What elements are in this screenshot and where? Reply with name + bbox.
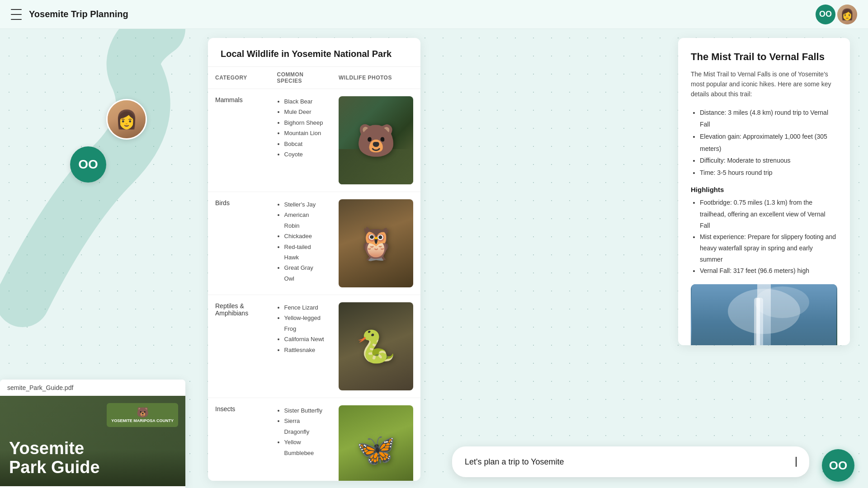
user-portrait-icon: 👩 xyxy=(108,100,146,138)
pdf-bear-icon: 🐻 xyxy=(137,407,149,418)
trail-detail-item: Difficulty: Moderate to strenuous xyxy=(700,155,837,167)
trail-details-list: Distance: 3 miles (4.8 km) round trip to… xyxy=(691,107,837,179)
wildlife-photo-snake: 🐍 xyxy=(339,302,413,390)
species-item: Rattlesnake xyxy=(284,345,324,355)
header-bot-avatar: OO xyxy=(816,5,835,24)
col-species: COMMON SPECIES xyxy=(270,67,331,89)
trail-description: The Mist Trail to Vernal Falls is one of… xyxy=(691,69,837,99)
wildlife-photo-butterfly: 🦋 xyxy=(339,405,413,481)
species-item: Fence Lizard xyxy=(284,302,324,313)
wildlife-table: CATEGORY COMMON SPECIES WILDLIFE PHOTOS … xyxy=(208,67,420,481)
species-item: Sierra Dragonfly xyxy=(284,416,324,437)
trail-waterfall-photo xyxy=(691,284,837,345)
svg-rect-0 xyxy=(692,284,836,345)
species-item: Coyote xyxy=(284,149,324,160)
species-cell: Sister ButterflySierra DragonflyYellow B… xyxy=(270,398,331,481)
photo-cell: 🐻 xyxy=(331,89,420,192)
wildlife-photo-bear: 🐻 xyxy=(339,96,413,184)
chat-input-text: Let's plan a trip to Yosemite xyxy=(465,457,795,467)
species-item: American Robin xyxy=(284,210,324,231)
pdf-logo: 🐻 YOSEMITE MARIPOSA COUNTY xyxy=(107,403,178,427)
wildlife-photo-owl: 🦉 xyxy=(339,199,413,287)
species-item: Red-tailed Hawk xyxy=(284,242,324,263)
menu-icon[interactable] xyxy=(11,9,22,20)
photo-cell: 🐍 xyxy=(331,295,420,398)
species-cell: Black BearMule DeerBighorn SheepMountain… xyxy=(270,89,331,192)
species-item: Chickadee xyxy=(284,231,324,241)
header-avatars: OO 👩 xyxy=(816,5,857,24)
table-row: Reptiles & AmphibiansFence LizardYellow-… xyxy=(208,295,420,398)
app-title: Yosemite Trip Planning xyxy=(29,9,128,19)
species-cell: Fence LizardYellow-legged FrogCalifornia… xyxy=(270,295,331,398)
trail-info-panel: The Mist Trail to Vernal Falls The Mist … xyxy=(678,38,850,345)
svg-rect-4 xyxy=(756,298,760,345)
species-item: Yellow Bumblebee xyxy=(284,437,324,458)
header-user-avatar: 👩 xyxy=(837,5,857,24)
floating-user-avatar: 👩 xyxy=(106,99,147,140)
chat-bot-avatar: OO xyxy=(822,449,854,482)
species-item: Bobcat xyxy=(284,139,324,149)
species-item: California Newt xyxy=(284,334,324,344)
table-row: MammalsBlack BearMule DeerBighorn SheepM… xyxy=(208,89,420,192)
user-face-icon: 👩 xyxy=(837,5,857,24)
species-item: Great Gray Owl xyxy=(284,263,324,284)
col-photos: WILDLIFE PHOTOS xyxy=(331,67,420,89)
pdf-logo-text: YOSEMITE MARIPOSA COUNTY xyxy=(111,418,174,423)
chat-input-box[interactable]: Let's plan a trip to Yosemite xyxy=(452,446,809,477)
trail-detail-item: Distance: 3 miles (4.8 km) round trip to… xyxy=(700,107,837,131)
species-item: Yellow-legged Frog xyxy=(284,313,324,334)
trail-highlight-item: Vernal Fall: 317 feet (96.6 meters) high xyxy=(700,265,837,277)
species-cell: Steller's JayAmerican RobinChickadeeRed-… xyxy=(270,192,331,295)
pdf-title: YosemitePark Guide xyxy=(9,439,100,477)
species-item: Steller's Jay xyxy=(284,199,324,210)
category-cell: Birds xyxy=(208,192,270,295)
trail-highlights-title: Highlights xyxy=(691,186,837,193)
table-row: InsectsSister ButterflySierra DragonflyY… xyxy=(208,398,420,481)
species-item: Sister Butterfly xyxy=(284,405,324,416)
species-item: Bighorn Sheep xyxy=(284,117,324,128)
species-item: Black Bear xyxy=(284,96,324,107)
pdf-filename: semite_Park_Guide.pdf xyxy=(0,380,185,396)
svg-point-2 xyxy=(755,286,809,318)
main-content: 👩 OO semite_Park_Guide.pdf 🐻 YOSEMITE MA… xyxy=(0,29,868,488)
trail-highlight-item: Footbridge: 0.75 miles (1.3 km) from the… xyxy=(700,197,837,231)
floating-bot-avatar: OO xyxy=(70,146,106,183)
trail-detail-item: Elevation gain: Approximately 1,000 feet… xyxy=(700,131,837,155)
trail-detail-item: Time: 3-5 hours round trip xyxy=(700,167,837,179)
species-item: Mountain Lion xyxy=(284,128,324,138)
photo-cell: 🦋 xyxy=(331,398,420,481)
species-item: Mule Deer xyxy=(284,107,324,117)
pdf-cover: 🐻 YOSEMITE MARIPOSA COUNTY YosemitePark … xyxy=(0,396,185,486)
wave-decoration xyxy=(0,29,203,345)
category-cell: Mammals xyxy=(208,89,270,192)
col-category: CATEGORY xyxy=(208,67,270,89)
pdf-cover-content: YosemitePark Guide xyxy=(9,439,100,477)
table-row: BirdsSteller's JayAmerican RobinChickade… xyxy=(208,192,420,295)
trail-highlight-item: Mist experience: Prepare for slippery fo… xyxy=(700,231,837,266)
trail-highlights-list: Footbridge: 0.75 miles (1.3 km) from the… xyxy=(691,197,837,277)
wildlife-table-panel: Local Wildlife in Yosemite National Park… xyxy=(208,38,420,481)
header: Yosemite Trip Planning OO 👩 xyxy=(0,0,868,29)
pdf-card[interactable]: semite_Park_Guide.pdf 🐻 YOSEMITE MARIPOS… xyxy=(0,380,185,488)
svg-rect-3 xyxy=(754,298,763,345)
category-cell: Insects xyxy=(208,398,270,481)
trail-title: The Mist Trail to Vernal Falls xyxy=(691,51,837,64)
chat-input-area: Let's plan a trip to Yosemite xyxy=(452,446,809,477)
category-cell: Reptiles & Amphibians xyxy=(208,295,270,398)
table-title: Local Wildlife in Yosemite National Park xyxy=(208,38,420,67)
photo-cell: 🦉 xyxy=(331,192,420,295)
chat-cursor xyxy=(796,457,797,467)
